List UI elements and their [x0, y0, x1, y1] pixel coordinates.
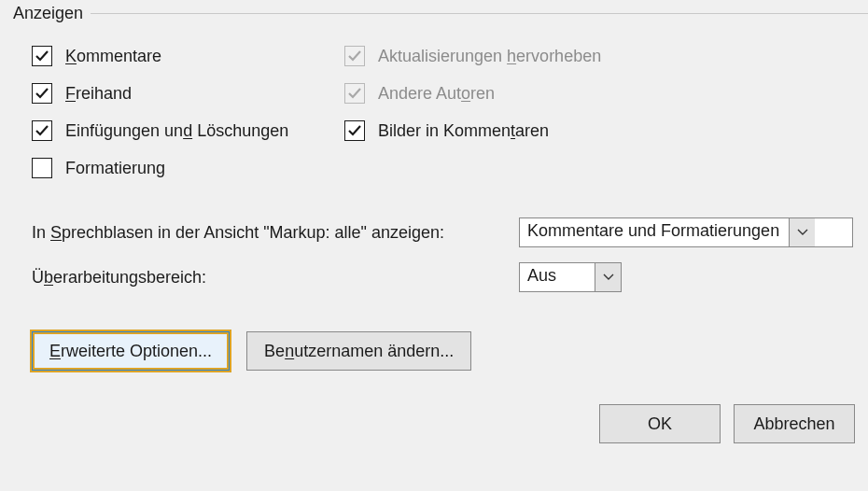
group-divider [91, 13, 868, 14]
checkbox-label: Freihand [65, 84, 132, 104]
change-username-button[interactable]: Benutzernamen ändern... [246, 331, 471, 371]
review-pane-select[interactable]: Aus [519, 262, 622, 292]
chevron-down-icon [789, 218, 815, 246]
options-panel: Anzeigen Kommentare Aktualisierungen her… [0, 4, 868, 443]
cancel-button[interactable]: Abbrechen [734, 404, 855, 443]
checkbox-icon [32, 158, 52, 178]
checkbox-formatting[interactable]: Formatierung [32, 158, 344, 178]
dialog-footer: OK Abbrechen [0, 371, 868, 443]
checkbox-grid: Kommentare Aktualisierungen hervorheben … [0, 31, 868, 178]
ok-button[interactable]: OK [599, 404, 721, 443]
checkbox-icon [32, 46, 52, 66]
balloons-select[interactable]: Kommentare und Formatierungen [519, 217, 853, 247]
checkbox-icon [344, 83, 365, 104]
checkbox-icon [32, 83, 52, 104]
checkbox-label: Einfügungen und Löschungen [65, 121, 288, 141]
checkbox-highlight-updates: Aktualisierungen hervorheben [344, 46, 868, 66]
balloons-label: In Sprechblasen in der Ansicht "Markup: … [32, 223, 519, 243]
checkbox-icon [344, 120, 365, 141]
checkbox-label: Bilder in Kommentaren [378, 121, 549, 141]
action-buttons-row: Erweiterte Optionen... Benutzernamen änd… [0, 307, 868, 371]
checkbox-other-authors: Andere Autoren [344, 83, 868, 104]
row-balloons: In Sprechblasen in der Ansicht "Markup: … [32, 217, 855, 247]
checkbox-label: Kommentare [65, 47, 161, 66]
group-title: Anzeigen [0, 4, 91, 23]
checkbox-ink[interactable]: Freihand [32, 83, 344, 104]
review-pane-label: Überarbeitungsbereich: [32, 268, 519, 288]
row-review-pane: Überarbeitungsbereich: Aus [32, 262, 855, 292]
checkbox-label: Formatierung [65, 159, 165, 178]
group-header: Anzeigen [0, 4, 868, 31]
advanced-options-button[interactable]: Erweiterte Optionen... [32, 331, 230, 371]
review-pane-select-value: Aus [520, 263, 595, 291]
checkbox-comments[interactable]: Kommentare [32, 46, 344, 66]
checkbox-pictures-in-comments[interactable]: Bilder in Kommentaren [344, 120, 868, 141]
dropdown-rows: In Sprechblasen in der Ansicht "Markup: … [0, 178, 868, 292]
checkbox-label: Aktualisierungen hervorheben [378, 47, 601, 66]
chevron-down-icon [595, 263, 621, 291]
balloons-select-value: Kommentare und Formatierungen [520, 218, 789, 246]
checkbox-icon [32, 120, 52, 141]
checkbox-insertions-deletions[interactable]: Einfügungen und Löschungen [32, 120, 344, 141]
checkbox-icon [344, 46, 365, 66]
checkbox-label: Andere Autoren [378, 84, 495, 104]
